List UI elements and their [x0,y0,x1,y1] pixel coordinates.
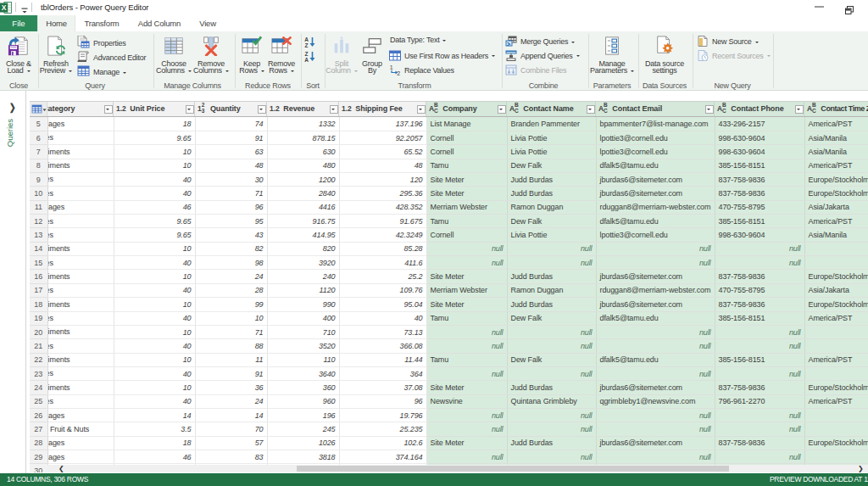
svg-text:A: A [304,57,309,63]
svg-text:1: 1 [390,64,393,70]
svg-text:Z: Z [305,42,309,48]
svg-text:X: X [2,3,7,12]
